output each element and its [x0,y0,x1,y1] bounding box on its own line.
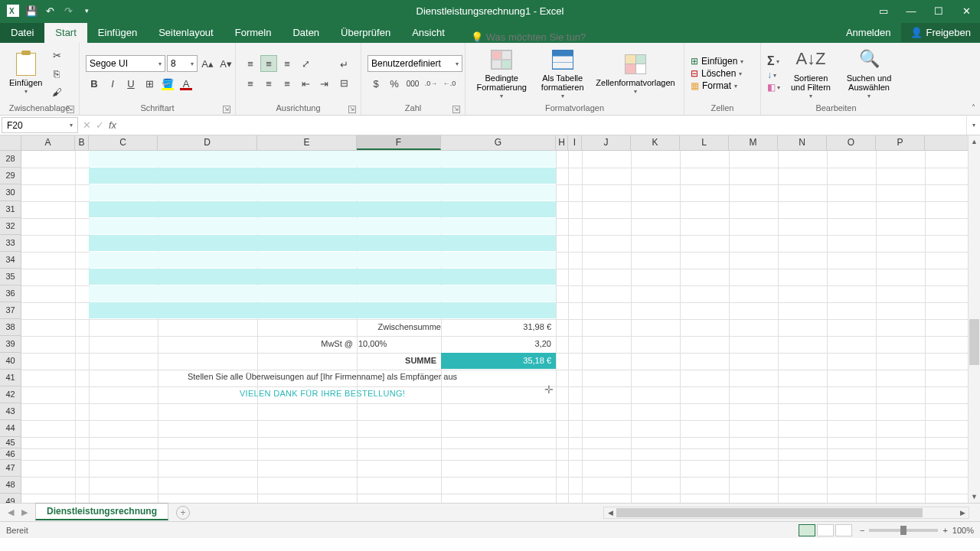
share-button[interactable]: 👤Freigeben [901,23,980,42]
row-header-37[interactable]: 37 [0,302,21,319]
tell-me[interactable]: 💡 [471,31,624,43]
italic-button[interactable]: I [104,75,121,92]
autosum-button[interactable]: Σ▾ [767,54,780,68]
redo-icon[interactable]: ↷ [61,4,75,18]
row-header-31[interactable]: 31 [0,201,21,218]
formula-input[interactable] [121,116,966,135]
row-header-35[interactable]: 35 [0,269,21,285]
column-header-L[interactable]: L [680,135,729,150]
collapse-ribbon-icon[interactable]: ˄ [972,103,975,112]
zoom-in-button[interactable]: + [942,526,947,535]
column-header-N[interactable]: N [778,135,827,150]
number-format-combo[interactable]: Benutzerdefiniert▾ [368,55,462,72]
row-header-41[interactable]: 41 [0,370,21,386]
tab-insert[interactable]: Einfügen [87,23,148,43]
zoom-level[interactable]: 100% [952,526,974,535]
sheet-nav-prev-icon[interactable]: ◀ [8,507,14,517]
row-header-47[interactable]: 47 [0,460,21,477]
font-name-combo[interactable]: Segoe UI▾ [86,55,165,72]
scrollbar-thumb[interactable] [616,508,923,517]
column-header-E[interactable]: E [257,135,357,150]
wrap-text-button[interactable]: ↵ [335,56,352,73]
row-header-29[interactable]: 29 [0,168,21,184]
column-header-I[interactable]: I [568,135,582,150]
page-layout-view-button[interactable] [817,524,834,536]
zoom-out-button[interactable]: − [860,526,864,535]
row-header-38[interactable]: 38 [0,319,21,336]
normal-view-button[interactable] [799,524,815,536]
tab-start[interactable]: Start [44,23,87,43]
decrease-decimal-button[interactable]: ←.0 [441,75,458,92]
fill-button[interactable]: ↓▾ [767,70,780,80]
tab-view[interactable]: Ansicht [401,23,456,43]
align-middle-button[interactable]: ≡ [260,55,277,72]
comma-format-button[interactable]: 000 [404,75,421,92]
name-box[interactable]: F20▾ [2,117,78,133]
page-break-view-button[interactable] [835,524,852,536]
row-header-49[interactable]: 49 [0,494,21,503]
borders-button[interactable]: ⊞ [141,75,158,92]
maximize-icon[interactable]: ☐ [925,0,952,21]
align-top-button[interactable]: ≡ [242,55,259,72]
row-header-32[interactable]: 32 [0,218,21,235]
dialog-launcher-icon[interactable]: ⇲ [348,106,356,113]
sort-filter-button[interactable]: A↓Z Sortieren und Filtern▾ [783,46,838,102]
copy-button[interactable]: ⎘ [48,65,65,82]
column-header-P[interactable]: P [876,135,925,150]
fx-icon[interactable]: fx [109,119,116,131]
row-header-42[interactable]: 42 [0,386,21,403]
insert-cells-button[interactable]: ⊞Einfügen▾ [691,56,754,67]
underline-button[interactable]: U [122,75,139,92]
column-header-D[interactable]: D [158,135,257,150]
scrollbar-thumb[interactable] [969,319,979,365]
paste-button[interactable]: Einfügen ▾ [6,51,45,97]
column-header-G[interactable]: G [441,135,556,150]
column-header-O[interactable]: O [827,135,876,150]
cells-area[interactable]: Zwischensumme31,98 €MwSt @10,00%3,20SUMM… [21,151,980,503]
tab-file[interactable]: Datei [0,23,44,43]
increase-decimal-button[interactable]: .0→ [423,75,439,92]
column-header-C[interactable]: C [89,135,158,150]
tab-formulas[interactable]: Formeln [224,23,283,43]
row-header-45[interactable]: 45 [0,437,21,448]
tell-me-input[interactable] [486,31,624,43]
row-header-43[interactable]: 43 [0,403,21,420]
decrease-font-button[interactable]: A▾ [217,55,234,72]
scroll-down-icon[interactable]: ▼ [969,491,980,503]
sheet-nav-next-icon[interactable]: ▶ [21,507,28,517]
row-header-48[interactable]: 48 [0,477,21,494]
row-header-39[interactable]: 39 [0,336,21,353]
scroll-left-icon[interactable]: ◀ [604,509,616,517]
row-header-46[interactable]: 46 [0,448,21,460]
undo-icon[interactable]: ↶ [43,4,57,18]
align-bottom-button[interactable]: ≡ [279,55,296,72]
tab-data[interactable]: Daten [282,23,330,43]
row-header-33[interactable]: 33 [0,235,21,252]
orientation-button[interactable]: ⤢ [297,55,314,72]
row-header-28[interactable]: 28 [0,151,21,168]
cut-button[interactable]: ✂ [48,47,65,64]
column-header-M[interactable]: M [729,135,778,150]
increase-indent-button[interactable]: ⇥ [315,75,332,92]
add-sheet-button[interactable]: + [176,506,190,520]
column-header-H[interactable]: H [556,135,568,150]
vertical-scrollbar[interactable]: ▲ ▼ [968,135,980,503]
tab-review[interactable]: Überprüfen [330,23,401,43]
format-as-table-button[interactable]: Als Tabelle formatieren▾ [534,46,590,102]
dialog-launcher-icon[interactable]: ⇲ [67,106,74,113]
dialog-launcher-icon[interactable]: ⇲ [452,106,460,113]
bold-button[interactable]: B [86,75,103,92]
row-header-44[interactable]: 44 [0,420,21,437]
row-header-30[interactable]: 30 [0,184,21,201]
scroll-right-icon[interactable]: ▶ [956,509,969,517]
cell-styles-button[interactable]: Zellenformatvorlagen▾ [593,51,678,97]
column-header-F[interactable]: F [357,135,441,150]
conditional-formatting-button[interactable]: Bedingte Formatierung▾ [472,46,531,102]
find-select-button[interactable]: 🔍 Suchen und Auswählen▾ [841,46,897,102]
cancel-formula-icon[interactable]: ✕ [83,119,91,131]
tab-pagelayout[interactable]: Seitenlayout [148,23,224,43]
decrease-indent-button[interactable]: ⇤ [297,75,314,92]
enter-formula-icon[interactable]: ✓ [96,119,104,131]
expand-formula-bar-icon[interactable]: ▾ [966,116,980,135]
save-icon[interactable]: 💾 [24,4,38,18]
